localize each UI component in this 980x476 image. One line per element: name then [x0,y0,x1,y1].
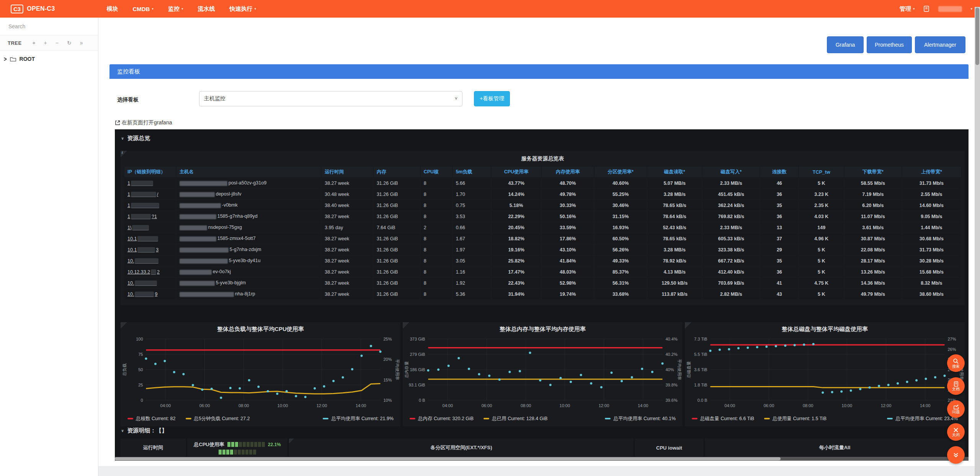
search-input[interactable] [8,23,86,30]
col-header-7[interactable]: 内存使用率 [542,167,594,177]
col-header-4[interactable]: CPU核 [421,167,452,177]
ip-redacted [137,236,158,241]
col-header-8[interactable]: 分区使用率* [595,167,647,177]
floating-buttons: 搜索文档问题关闭 [947,354,965,464]
svg-text:279 GiB: 279 GiB [410,352,425,357]
panel-corner-info-icon[interactable] [121,322,127,329]
col-header-3[interactable]: 内存 [374,167,420,177]
detail-col-4[interactable]: 每小时流量All [705,439,965,457]
nav-item-4[interactable]: 快速执行▾ [229,5,256,13]
chart-title: 整体总磁盘与整体平均磁盘使用率 [685,322,965,335]
col-header-11[interactable]: 连接数 [760,167,798,177]
board-manage-button[interactable]: +看板管理 [474,91,510,106]
vertical-scrollbar-thumb[interactable] [975,8,979,65]
ip-link[interactable]: 1\ [127,225,149,230]
col-header-5[interactable]: 5m负载 [453,167,491,177]
scatter-point [304,396,307,398]
legend-item[interactable]: 总磁盘量 Current: 6.6 TiB [692,416,754,422]
board-select[interactable]: 主机监控 ˅ [199,91,462,106]
ext-button-prometheus[interactable]: Prometheus [867,36,912,53]
nav-item-2[interactable]: 监控▾ [168,5,183,13]
ip-link[interactable]: 1 [127,181,153,186]
float-button-close[interactable]: 关闭 [947,423,965,441]
metric-cell: 35 [760,200,798,210]
led-cell [231,442,234,447]
uptime-cell: 38.27 week [322,289,373,299]
nav-item-1[interactable]: CMDB▾ [132,6,154,12]
detail-col-0[interactable]: 运行时间 [121,439,186,457]
panel-corner-info-icon[interactable] [685,322,691,329]
col-header-2[interactable]: 运行时间 [322,167,373,177]
col-header-13[interactable]: 下载带宽* [844,167,902,177]
detail-col-2[interactable]: 各分区可用空间(EXT.*/XFS) [289,439,634,457]
col-header-0[interactable]: IP（链接到明细） [124,167,176,177]
scatter-point [468,368,470,370]
ip-link[interactable]: 10.1 [127,236,158,241]
legend-item[interactable]: 总内存 Current: 320.2 GiB [410,416,474,422]
brand[interactable]: C3 OPEN-C3 [11,5,55,13]
ext-button-alertmanager[interactable]: Alertmanager [915,36,965,53]
ip-link[interactable]: 10. [127,258,158,264]
nav-item-label: CMDB [132,6,150,12]
scatter-point [580,374,582,376]
notebook-icon[interactable] [923,5,930,12]
float-button-edit[interactable]: 问题 [947,400,965,418]
chevron-down-icon[interactable]: ▾ [970,7,972,11]
ip-cell: 10. [124,278,176,288]
nav-item-0[interactable]: 模块 [106,5,118,13]
col-header-6[interactable]: CPU使用率 [492,167,541,177]
user-name-redacted[interactable] [938,6,962,12]
col-header-1[interactable]: 主机名 [176,167,321,177]
detail-col-1[interactable]: 总CPU使用率22.1% [187,439,287,457]
detail-col-3[interactable]: CPU iowait [635,439,703,457]
horizontal-scrollbar[interactable] [115,457,969,461]
legend-item[interactable]: 总平均使用率 Current: 21.9% [323,416,394,422]
skip-icon[interactable]: » [80,40,83,46]
svg-text:14:00: 14:00 [920,403,931,408]
svg-text:平均使用率: 平均使用率 [677,359,682,380]
svg-text:10%: 10% [384,398,392,403]
chart-panel-2: 整体总磁盘与整体平均磁盘使用率7.3 TiB5.5 TiB3.6 TiB1.8 … [685,322,965,426]
metric-cell: 49.78% [542,189,594,199]
legend-item[interactable]: 总核数 Current: 82 [127,416,176,422]
horizontal-scrollbar-thumb[interactable] [115,457,781,460]
float-button-chevron-down[interactable] [947,446,965,464]
vertical-scrollbar[interactable] [975,7,980,476]
col-header-14[interactable]: 上传带宽* [902,167,961,177]
load-cell: 1.70 [453,189,491,199]
float-button-doc[interactable]: 文档 [947,377,965,395]
chevron-right-icon[interactable]: > [4,55,7,62]
ip-link[interactable]: 1/ [127,192,158,197]
locate-icon[interactable]: ⌖ [33,40,36,46]
legend-item[interactable]: 总平均使用率 Current: 40.1% [605,416,676,422]
ip-link[interactable]: 1?1 [127,214,157,219]
ip-link[interactable]: 10.12.33.22 [127,269,160,275]
nav-item-3[interactable]: 流水线 [198,5,215,13]
legend-item[interactable]: 总已用 Current: 128.4 GiB [483,416,547,422]
open-grafana-link[interactable]: 在新页面打开grafana [115,119,172,126]
collapse-icon[interactable]: − [56,40,59,46]
ip-link[interactable]: 10. [127,280,157,286]
ip-link[interactable]: 1 [127,203,159,208]
legend-item[interactable]: 总使用量 Current: 1.5 TiB [764,416,826,422]
scatter-point [379,350,382,353]
panel-corner-info-icon[interactable] [403,322,409,329]
section-resource-detail[interactable]: ∨ 资源明细：【】 [121,427,167,434]
col-header-10[interactable]: 磁盘写入* [702,167,760,177]
ext-button-grafana[interactable]: Grafana [827,36,864,53]
refresh-icon[interactable]: ↻ [67,40,72,46]
nav-item-admin[interactable]: 管理 ▾ [900,5,915,13]
ip-link[interactable]: 10.13 [127,247,158,253]
section-resource-overview[interactable]: ∨ 资源总览 [121,135,150,142]
legend-item[interactable]: 总5分钟负载 Current: 27.2 [186,416,250,422]
expand-icon[interactable]: + [44,40,47,46]
metric-cell: 31.94% [492,289,541,299]
tree-node-root[interactable]: > ROOT [4,56,98,62]
panel-corner-info-icon[interactable] [289,439,294,443]
col-header-12[interactable]: TCP_tw [799,167,843,177]
ip-cell: 10.12.33.22 [124,267,176,277]
metric-cell: 13.26 Mb/s [844,267,902,277]
ip-link[interactable]: 10.9 [127,292,157,297]
float-button-search[interactable]: 搜索 [947,354,965,372]
col-header-9[interactable]: 磁盘读取* [647,167,702,177]
